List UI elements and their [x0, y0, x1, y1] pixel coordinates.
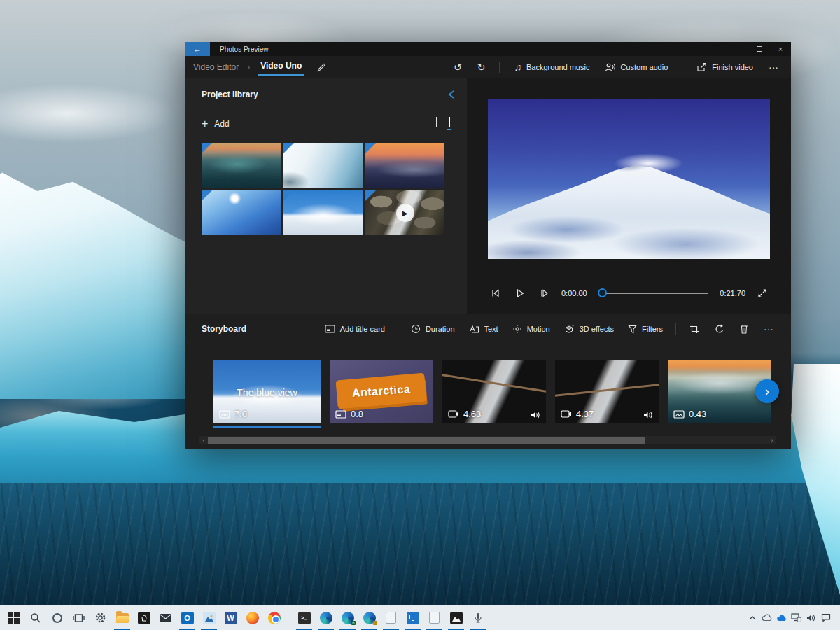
clip-the-blue-view[interactable]: The blue view 7.0 — [214, 360, 321, 424]
notepad-2-button[interactable] — [424, 606, 445, 630]
duration-button[interactable]: Duration — [405, 321, 461, 337]
outlook-button[interactable]: O — [176, 606, 198, 630]
command-bar: Video Editor › Video Uno ↺ ↻ ♫ Backgroun… — [185, 56, 791, 78]
project-library-panel: Project library + Add — [185, 78, 467, 314]
custom-audio-button[interactable]: Custom audio — [599, 59, 673, 76]
storyboard-next-button[interactable]: › — [755, 379, 779, 403]
next-frame-button[interactable] — [537, 288, 552, 298]
word-button[interactable]: W — [220, 606, 241, 630]
seek-thumb[interactable] — [598, 288, 607, 298]
onedrive-gray-button[interactable] — [760, 606, 774, 630]
add-title-card-label: Add title card — [340, 325, 385, 333]
breadcrumb-video-editor[interactable]: Video Editor — [193, 62, 239, 72]
volume-button[interactable] — [804, 606, 818, 630]
clip-meta: 0.43 — [673, 409, 706, 419]
settings-button[interactable] — [90, 606, 111, 630]
show-hidden-icons-button[interactable] — [745, 606, 760, 630]
small-grid-view-button[interactable] — [449, 118, 450, 130]
store-icon — [138, 612, 150, 624]
play-button[interactable] — [512, 288, 528, 298]
movies-tv-button[interactable] — [402, 606, 424, 630]
notepad-button[interactable] — [380, 606, 402, 630]
microsoft-store-button[interactable] — [133, 606, 155, 630]
clip-meta: 4.37 — [561, 409, 594, 419]
large-grid-view-button[interactable] — [436, 118, 438, 130]
action-center-button[interactable] — [818, 606, 833, 630]
edge-beta-button[interactable]: B — [337, 606, 358, 630]
storyboard-more-button[interactable]: ··· — [757, 321, 780, 337]
network-display-icon — [791, 613, 802, 622]
plus-icon: + — [202, 118, 208, 130]
clip-duration: 0.8 — [351, 409, 363, 419]
seek-bar[interactable] — [599, 293, 708, 294]
crop-button[interactable] — [683, 321, 706, 337]
motion-button[interactable]: Motion — [507, 321, 556, 337]
clip-stream-video-1[interactable]: 4.63 — [442, 360, 546, 424]
scrollbar-track[interactable] — [208, 436, 768, 444]
edge-canary-button[interactable]: C — [358, 606, 380, 630]
text-button[interactable]: Text — [463, 322, 504, 337]
filters-button[interactable]: Filters — [622, 322, 668, 337]
thumbnail-iceberg-sunset-dark[interactable] — [202, 143, 281, 188]
effects-3d-button[interactable]: 3D effects — [559, 321, 620, 337]
redo-button[interactable]: ↻ — [472, 58, 491, 76]
add-label: Add — [214, 119, 229, 129]
image-icon — [673, 410, 685, 419]
taskbar: O W >_ B C — [0, 605, 840, 630]
network-button[interactable] — [789, 606, 804, 630]
maximize-button[interactable] — [749, 42, 770, 56]
onedrive-blue-button[interactable] — [774, 606, 789, 630]
speaker-icon — [531, 411, 540, 419]
edge-button[interactable] — [315, 606, 337, 630]
scroll-right-arrow[interactable]: › — [768, 436, 776, 444]
storyboard-scrollbar[interactable]: ‹ › — [200, 436, 776, 444]
scroll-left-arrow[interactable]: ‹ — [200, 436, 208, 444]
voice-recorder-button[interactable] — [467, 606, 489, 630]
rotate-button[interactable] — [708, 321, 731, 337]
image-icon — [219, 410, 230, 419]
background-music-button[interactable]: ♫ Background music — [508, 58, 595, 76]
start-button[interactable] — [3, 606, 24, 630]
photos-preview-button[interactable] — [445, 606, 467, 630]
file-explorer-button[interactable] — [111, 606, 133, 630]
selected-clip-indicator — [214, 426, 321, 428]
close-button[interactable]: × — [770, 42, 791, 56]
title-card-icon — [335, 410, 346, 419]
collapse-panel-button[interactable] — [447, 90, 456, 99]
storyboard-header: Storyboard Add title card — [185, 314, 791, 344]
speaker-icon — [643, 411, 653, 419]
add-title-card-button[interactable]: Add title card — [319, 322, 391, 336]
scrollbar-thumb[interactable] — [208, 437, 645, 444]
undo-button[interactable]: ↺ — [448, 58, 468, 76]
mail-button[interactable] — [155, 606, 176, 630]
cortana-button[interactable] — [46, 606, 68, 630]
video-preview[interactable] — [488, 99, 770, 259]
thumbnail-ice-slope-sun[interactable] — [202, 190, 281, 235]
clip-meta: 0.8 — [335, 409, 363, 419]
thumbnail-snow-mountain[interactable] — [284, 190, 363, 235]
clip-antarctica-title-card[interactable]: Antarctica 0.8 — [330, 360, 433, 424]
photos-dark-icon — [450, 612, 463, 624]
finish-video-button[interactable]: Finish video — [691, 59, 759, 76]
rename-project-button[interactable] — [316, 62, 327, 73]
thumbnail-rocky-stream-video[interactable]: ▶ — [365, 190, 444, 235]
clip-meta: 7.0 — [219, 409, 247, 419]
redo-icon: ↻ — [477, 62, 486, 73]
minimize-button[interactable]: – — [728, 42, 749, 56]
photos-app-button[interactable] — [198, 606, 220, 630]
thumbnail-iceberg-sunset-orange[interactable] — [365, 143, 444, 188]
chevron-right-icon: › — [765, 384, 769, 399]
task-view-button[interactable] — [68, 606, 90, 630]
fullscreen-button[interactable] — [755, 288, 770, 298]
clip-stream-video-2[interactable]: 4.37 — [555, 360, 659, 424]
taskbar-search-button[interactable] — [24, 606, 46, 630]
firefox-button[interactable] — [241, 606, 263, 630]
add-media-button[interactable]: + Add — [202, 118, 230, 130]
thumbnail-iceberg-closeup[interactable] — [284, 143, 363, 188]
previous-frame-button[interactable] — [488, 288, 503, 298]
see-more-button[interactable]: ··· — [763, 58, 784, 76]
back-button[interactable]: ← — [185, 42, 210, 56]
terminal-button[interactable]: >_ — [293, 606, 315, 630]
delete-button[interactable] — [734, 321, 755, 337]
chrome-button[interactable] — [263, 606, 285, 630]
